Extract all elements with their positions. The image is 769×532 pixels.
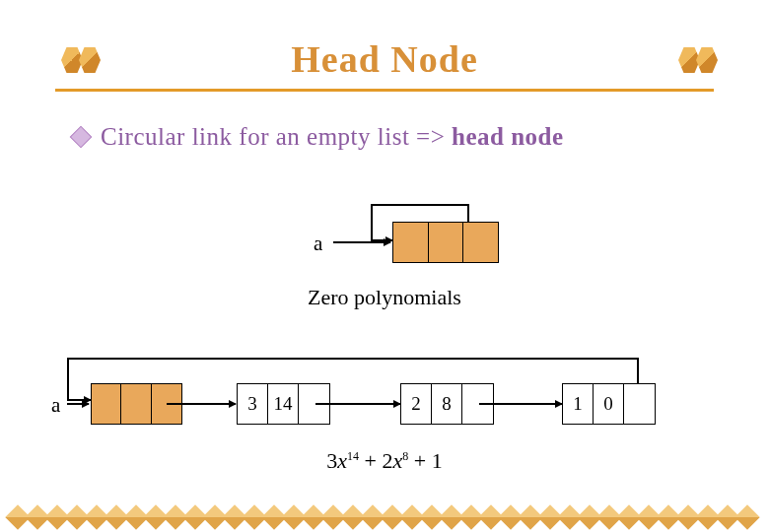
link-arrow-icon — [167, 403, 236, 405]
loop-segment — [371, 204, 373, 243]
pointer-arrow-icon — [67, 403, 89, 405]
node-coef-cell: 2 — [401, 384, 432, 424]
loop-segment — [67, 358, 639, 360]
node-link-cell — [463, 223, 498, 262]
pointer-label: a — [314, 232, 322, 256]
figure-polynomial-chain: a 3 14 2 8 1 0 — [59, 338, 710, 446]
node-coef-cell — [92, 384, 121, 424]
node-exp-cell: 8 — [432, 384, 462, 424]
node-exp-cell — [121, 384, 151, 424]
decor-hex-right-icon — [678, 47, 718, 73]
poly-node: 1 0 — [562, 383, 656, 425]
slide-title: Head Node — [291, 37, 478, 81]
bullet-text: Circular link for an empty list => head … — [101, 123, 564, 151]
diamond-bullet-icon — [70, 126, 93, 149]
node-coef-cell: 3 — [238, 384, 268, 424]
node-link-cell — [624, 384, 655, 424]
cap-v1: x — [337, 448, 347, 473]
cap-t1: 3 — [326, 448, 337, 473]
bullet-prefix: Circular link for an empty list => — [101, 123, 452, 150]
decor-hex-left-icon — [61, 47, 101, 73]
cap-v2: x — [393, 448, 403, 473]
node-exp-cell — [429, 223, 464, 262]
cap-e1: 14 — [347, 449, 359, 463]
link-arrow-icon — [315, 403, 400, 405]
link-arrow-icon — [479, 403, 562, 405]
figure-caption: Zero polynomials — [59, 285, 710, 310]
cap-p2: + 1 — [408, 448, 442, 473]
node-exp-cell: 14 — [268, 384, 299, 424]
cap-p1: + 2 — [359, 448, 392, 473]
bullet-item: Circular link for an empty list => head … — [0, 92, 769, 151]
loop-segment — [467, 204, 469, 224]
loop-segment — [67, 358, 69, 401]
decor-bottom-border-icon — [0, 504, 769, 532]
bullet-strong: head node — [452, 123, 564, 150]
loop-segment — [637, 358, 639, 385]
pointer-label: a — [51, 393, 60, 418]
node-exp-cell: 0 — [594, 384, 624, 424]
node-coef-cell — [393, 223, 429, 262]
figure-zero-polynomial: a — [187, 174, 582, 283]
figure-caption: 3x14 + 2x8 + 1 — [59, 448, 710, 474]
loop-segment — [371, 204, 469, 206]
pointer-arrow-icon — [333, 241, 390, 243]
node-coef-cell: 1 — [563, 384, 594, 424]
head-node — [392, 222, 499, 263]
